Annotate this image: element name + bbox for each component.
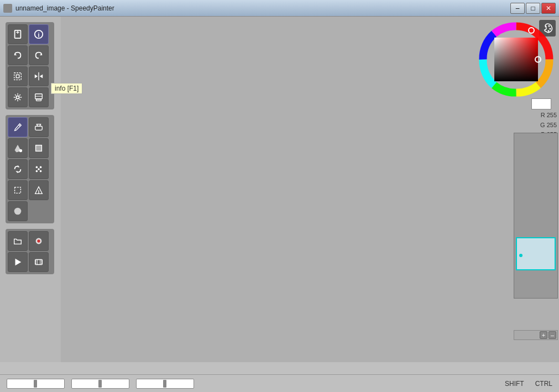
- maximize-button[interactable]: □: [526, 3, 540, 14]
- svg-rect-35: [35, 260, 36, 262]
- color-picker[interactable]: [479, 22, 553, 98]
- crop-button[interactable]: [8, 180, 28, 200]
- adjust-button[interactable]: [29, 180, 49, 200]
- mirror-button[interactable]: [29, 66, 49, 86]
- eraser-button[interactable]: [29, 117, 49, 137]
- svg-marker-33: [15, 259, 22, 266]
- svg-rect-38: [41, 263, 43, 264]
- color-swatch[interactable]: [531, 98, 551, 109]
- svg-point-0: [5, 6, 11, 11]
- fill-button[interactable]: [8, 138, 28, 158]
- svg-rect-8: [14, 73, 22, 80]
- slider-group-3: [136, 379, 194, 389]
- pencil-button[interactable]: [8, 117, 28, 137]
- square-fill-button[interactable]: [29, 138, 49, 158]
- svg-marker-21: [15, 171, 18, 174]
- svg-rect-15: [36, 100, 41, 101]
- rotate-button[interactable]: [8, 159, 28, 179]
- slider-group-1: [7, 379, 65, 389]
- svg-rect-36: [35, 263, 36, 264]
- dots-button[interactable]: [29, 159, 49, 179]
- mini-canvas-view[interactable]: [516, 237, 556, 270]
- blob-button[interactable]: [8, 201, 28, 221]
- svg-point-11: [16, 96, 19, 98]
- app-icon: [3, 4, 12, 13]
- toolbar-group-paint: [6, 115, 54, 223]
- statusbar-left: [7, 379, 194, 389]
- info-button[interactable]: i: [29, 24, 49, 44]
- svg-point-30: [14, 208, 22, 215]
- right-panel: R 255 G 255 B 255 + –: [476, 17, 559, 362]
- new-button[interactable]: [8, 24, 28, 44]
- navigator-panel: [514, 133, 558, 299]
- svg-text:i: i: [38, 32, 40, 38]
- toolbar-group-file: [6, 229, 54, 274]
- minimize-button[interactable]: –: [510, 3, 525, 14]
- record-button[interactable]: [29, 231, 49, 251]
- svg-point-26: [38, 168, 40, 170]
- film-button[interactable]: [29, 252, 49, 272]
- close-button[interactable]: ✕: [541, 3, 556, 14]
- titlebar-left: unnamed_image - SpeedyPainter: [3, 4, 114, 13]
- svg-marker-20: [18, 165, 20, 168]
- svg-marker-6: [15, 53, 17, 55]
- settings-button[interactable]: [8, 87, 28, 107]
- left-toolbars: i: [0, 17, 61, 362]
- svg-point-23: [40, 166, 42, 169]
- g-value: G 255: [540, 121, 557, 130]
- r-value: R 255: [540, 111, 557, 121]
- svg-point-18: [19, 149, 22, 152]
- titlebar-buttons: – □ ✕: [510, 3, 556, 14]
- shift-label: SHIFT: [505, 380, 524, 388]
- statusbar: SHIFT CTRL: [0, 374, 559, 392]
- zoom-minus-button[interactable]: –: [548, 331, 556, 339]
- titlebar: unnamed_image - SpeedyPainter – □ ✕: [0, 0, 559, 17]
- zoom-controls: + –: [514, 330, 558, 340]
- slider-3[interactable]: [136, 379, 194, 389]
- layers-button[interactable]: [29, 87, 49, 107]
- open-button[interactable]: [8, 231, 28, 251]
- window-title: unnamed_image - SpeedyPainter: [15, 4, 114, 12]
- svg-rect-37: [41, 260, 43, 262]
- zoom-plus-button[interactable]: +: [540, 331, 547, 339]
- play-button[interactable]: [8, 252, 28, 272]
- svg-point-24: [36, 170, 38, 173]
- svg-rect-48: [494, 38, 538, 81]
- svg-point-22: [36, 166, 38, 169]
- main-area: i: [0, 17, 559, 362]
- ctrl-label: CTRL: [535, 380, 552, 388]
- svg-point-25: [40, 170, 42, 173]
- slider-2[interactable]: [71, 379, 129, 389]
- svg-rect-17: [35, 126, 43, 130]
- redo-button[interactable]: [29, 45, 49, 65]
- svg-rect-34: [35, 260, 43, 265]
- svg-marker-7: [40, 53, 42, 55]
- svg-point-32: [37, 239, 40, 242]
- svg-rect-27: [15, 187, 21, 194]
- slider-group-2: [71, 379, 129, 389]
- undo-button[interactable]: [8, 45, 28, 65]
- toolbar-group-top: i: [6, 22, 54, 109]
- statusbar-right: SHIFT CTRL: [505, 380, 552, 388]
- svg-line-16: [19, 125, 20, 127]
- slider-1[interactable]: [7, 379, 65, 389]
- svg-rect-9: [16, 75, 19, 77]
- transform-button[interactable]: [8, 66, 28, 86]
- svg-rect-19: [36, 145, 42, 151]
